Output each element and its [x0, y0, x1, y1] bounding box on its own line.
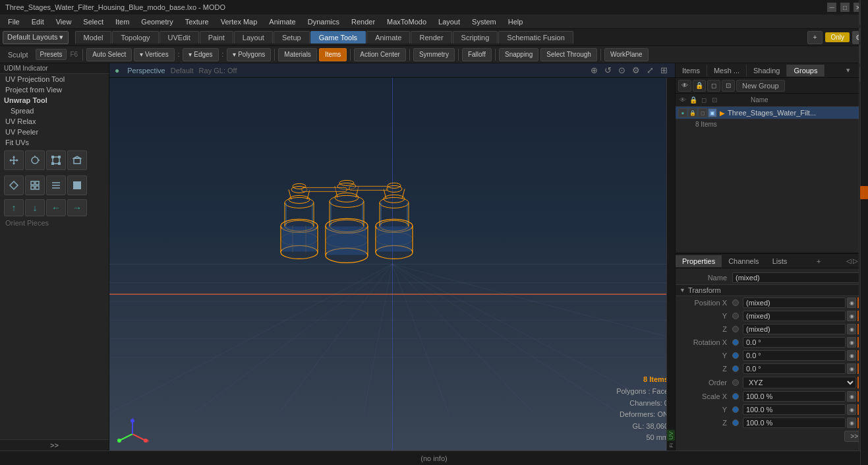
- item-expand-arrow[interactable]: ▶: [720, 109, 725, 117]
- tab-more-button[interactable]: ▾: [842, 64, 854, 77]
- rotation-y-anim[interactable]: ◉: [847, 350, 856, 361]
- scale-x-anim[interactable]: ◉: [847, 391, 856, 402]
- prop-expand-right[interactable]: ▷: [853, 257, 858, 264]
- tab-channels[interactable]: Channels: [722, 255, 765, 267]
- tab-mesh[interactable]: Mesh ...: [707, 65, 747, 77]
- position-y-dot[interactable]: [732, 313, 739, 319]
- tool-icon-lines[interactable]: [46, 175, 66, 195]
- rotation-y-dot[interactable]: [732, 352, 739, 359]
- uv-relax-item[interactable]: UV Relax: [0, 116, 109, 127]
- scale-y-dot[interactable]: [732, 406, 739, 413]
- fit-uvs-item[interactable]: Fit UVs: [0, 137, 109, 148]
- position-y-input[interactable]: [743, 311, 845, 321]
- scale-x-dot[interactable]: [732, 393, 739, 400]
- menu-edit[interactable]: Edit: [26, 16, 49, 27]
- visibility-button[interactable]: ◻: [707, 80, 720, 92]
- spread-item[interactable]: Spread: [0, 106, 109, 116]
- viewport-default-label[interactable]: Default: [171, 67, 194, 75]
- menu-system[interactable]: System: [467, 16, 502, 27]
- tab-setup[interactable]: Setup: [274, 31, 310, 44]
- menu-maxtomodo[interactable]: MaxToModo: [382, 16, 432, 27]
- tool-icon-grid[interactable]: [25, 175, 45, 195]
- tool-icon-solid[interactable]: [67, 175, 87, 195]
- auto-select-button[interactable]: Auto Select: [86, 48, 132, 61]
- viewport-raygl-label[interactable]: Ray GL: Off: [199, 67, 237, 75]
- menu-view[interactable]: View: [51, 16, 77, 27]
- menu-file[interactable]: File: [3, 16, 25, 27]
- tab-layout[interactable]: Layout: [234, 31, 273, 44]
- tool-icon-scale[interactable]: [46, 150, 66, 170]
- menu-layout[interactable]: Layout: [433, 16, 465, 27]
- viewport-maximize-button[interactable]: ⤢: [645, 65, 656, 76]
- udim-indicator-header[interactable]: UDIM Indicator: [0, 63, 109, 74]
- tab-uvedit[interactable]: UVEdit: [159, 31, 199, 44]
- order-select[interactable]: XYZ: [743, 377, 856, 388]
- unwrap-tool-item[interactable]: Unwrap Tool: [0, 95, 109, 106]
- falloff-button[interactable]: Falloff: [462, 48, 492, 61]
- uv-peeler-item[interactable]: UV Peeler: [0, 127, 109, 137]
- scale-z-anim[interactable]: ◉: [847, 418, 856, 428]
- tool-icon-move[interactable]: [4, 150, 24, 170]
- viewport-perspective-label[interactable]: Perspective: [127, 67, 165, 75]
- tab-groups[interactable]: Groups: [787, 65, 825, 77]
- viewport-zoom-button[interactable]: ⊙: [616, 65, 627, 76]
- prop-expand-left[interactable]: ◁: [846, 257, 852, 264]
- materials-button[interactable]: Materials: [278, 48, 317, 61]
- scale-z-input[interactable]: [743, 418, 845, 427]
- scale-y-input[interactable]: [743, 405, 845, 414]
- maximize-button[interactable]: □: [840, 3, 850, 12]
- tool-icon-rotate[interactable]: [25, 150, 45, 170]
- tab-scripting[interactable]: Scripting: [453, 31, 498, 44]
- menu-item[interactable]: Item: [110, 16, 134, 27]
- tab-shading[interactable]: Shading: [747, 65, 787, 77]
- project-from-view-item[interactable]: Project from View: [0, 84, 109, 95]
- position-z-anim[interactable]: ◉: [847, 324, 856, 334]
- uv-projection-tool-item[interactable]: UV Projection Tool: [0, 74, 109, 84]
- position-x-input[interactable]: [743, 298, 845, 307]
- position-x-dot[interactable]: [732, 299, 739, 306]
- tab-properties[interactable]: Properties: [676, 255, 722, 267]
- menu-vertexmap[interactable]: Vertex Map: [216, 16, 263, 27]
- select-through-button[interactable]: Select Through: [540, 48, 597, 61]
- viewport[interactable]: ● Perspective Default Ray GL: Off ⊕ ↺ ⊙ …: [109, 63, 675, 450]
- minimize-button[interactable]: ─: [827, 3, 836, 12]
- tab-paint[interactable]: Paint: [200, 31, 233, 44]
- arrow-down-button[interactable]: ↓: [25, 199, 45, 216]
- new-group-button[interactable]: New Group: [736, 80, 785, 92]
- menu-render[interactable]: Render: [346, 16, 380, 27]
- scale-z-dot[interactable]: [732, 419, 739, 426]
- tool-icon-diamond[interactable]: [4, 175, 24, 195]
- viewport-reset-button[interactable]: ↺: [602, 65, 614, 76]
- workplane-button[interactable]: WorkPlane: [604, 48, 649, 61]
- edges-button[interactable]: ▾ Edges: [183, 48, 218, 61]
- lock-button[interactable]: 🔒: [693, 80, 706, 92]
- presets-button[interactable]: Presets: [36, 49, 67, 60]
- tab-gametools[interactable]: Game Tools: [310, 31, 366, 44]
- symmetry-button[interactable]: Symmetry: [413, 48, 455, 61]
- menu-animate[interactable]: Animate: [264, 16, 301, 27]
- expand-panel-button[interactable]: >>: [0, 439, 109, 450]
- scale-x-input[interactable]: [743, 392, 845, 401]
- rotation-z-dot[interactable]: [732, 365, 739, 372]
- vertices-button[interactable]: ▾ Vertices: [134, 48, 174, 61]
- rotation-x-dot[interactable]: [732, 339, 739, 346]
- menu-help[interactable]: Help: [503, 16, 529, 27]
- rotation-z-anim[interactable]: ◉: [847, 363, 856, 374]
- tab-render[interactable]: Render: [411, 31, 451, 44]
- position-x-anim[interactable]: ◉: [847, 297, 856, 308]
- rotation-z-input[interactable]: [743, 364, 845, 373]
- snapping-button[interactable]: Snapping: [499, 48, 538, 61]
- scale-y-anim[interactable]: ◉: [847, 404, 856, 415]
- eye-toggle-button[interactable]: 👁: [678, 80, 691, 92]
- viewport-nav-button[interactable]: ⊕: [589, 65, 600, 76]
- position-z-dot[interactable]: [732, 326, 739, 332]
- arrow-right-button[interactable]: →: [67, 199, 87, 216]
- rotation-x-input[interactable]: [743, 338, 845, 347]
- viewport-expand-button[interactable]: ⊞: [658, 65, 670, 76]
- rotation-y-input[interactable]: [743, 351, 845, 360]
- tab-topology[interactable]: Topology: [112, 31, 158, 44]
- tab-model[interactable]: Model: [75, 31, 112, 44]
- position-z-input[interactable]: [743, 325, 845, 334]
- tab-schematic[interactable]: Schematic Fusion: [498, 31, 573, 44]
- position-y-anim[interactable]: ◉: [847, 311, 856, 321]
